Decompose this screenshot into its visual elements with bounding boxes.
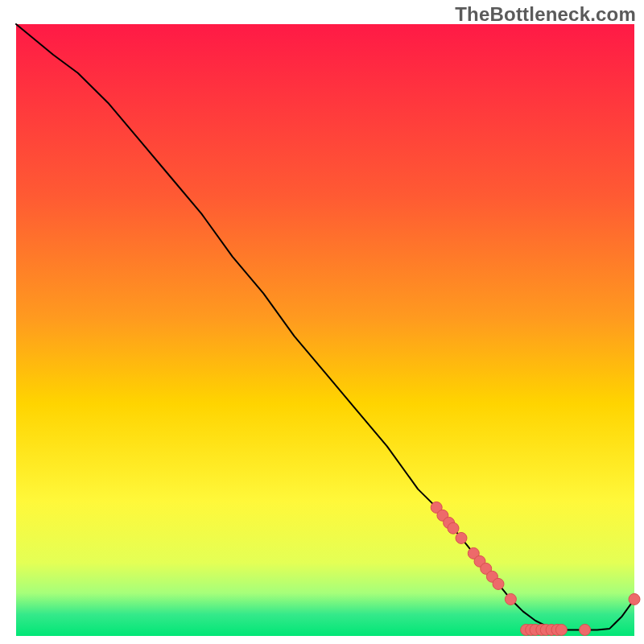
data-dot — [555, 624, 567, 635]
watermark-text: TheBottleneck.com — [455, 3, 636, 26]
gradient-background — [16, 24, 634, 636]
border-bottom — [0, 636, 644, 644]
data-dot — [456, 532, 467, 543]
data-dot — [580, 624, 591, 635]
data-dot — [505, 593, 516, 605]
border-left — [0, 0, 16, 644]
data-dot — [629, 593, 640, 605]
bottleneck-chart — [0, 0, 644, 644]
chart-container: TheBottleneck.com — [0, 0, 644, 644]
border-right — [634, 0, 644, 644]
data-dot — [448, 522, 459, 534]
data-dot — [493, 578, 504, 589]
